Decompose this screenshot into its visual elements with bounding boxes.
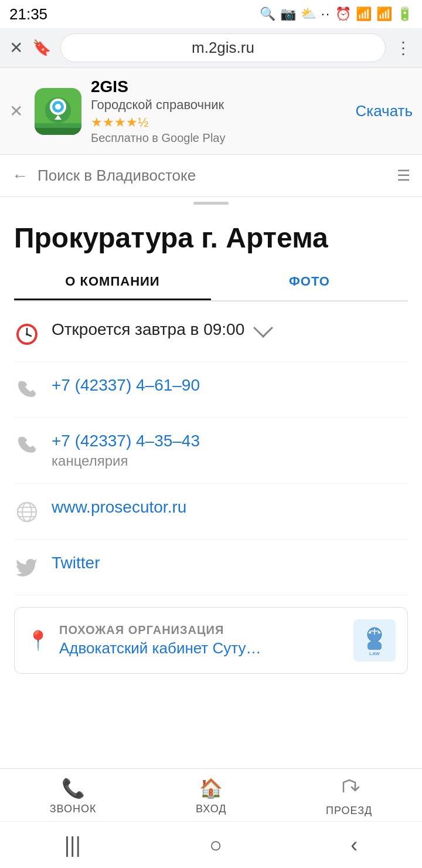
hours-row[interactable]: Откроется завтра в 09:00	[14, 306, 408, 362]
search-status-icon: 🔍	[260, 6, 275, 22]
browser-url[interactable]: m.2gis.ru	[60, 33, 386, 62]
search-back-button[interactable]: ←	[12, 167, 28, 185]
app-name: 2GIS	[91, 77, 346, 96]
clock-icon	[14, 321, 40, 347]
similar-org-card[interactable]: 📍 ПОХОЖАЯ ОРГАНИЗАЦИЯ Адвокатский кабине…	[14, 607, 408, 674]
phone1-link[interactable]: +7 (42337) 4–61–90	[52, 376, 200, 394]
enter-button[interactable]: 🏠 ВХОД	[196, 777, 226, 815]
website-content: www.prosecutor.ru	[52, 498, 408, 517]
battery-status-icon: 🔋	[397, 6, 413, 22]
twitter-content: Twitter	[52, 554, 408, 572]
alarm-status-icon: ⏰	[335, 6, 351, 22]
phone2-content: +7 (42337) 4–35–43 канцелярия	[52, 432, 408, 469]
android-back-button[interactable]: ‹	[350, 833, 358, 857]
content-area: Прокуратура г. Артема О КОМПАНИИ ФОТО От…	[0, 209, 422, 674]
app-info: 2GIS Городской справочник ★★★★½ Бесплатн…	[91, 77, 346, 145]
app-banner: ✕ 2GIS Городской справочник ★★★★½ Беспла…	[0, 68, 422, 155]
browser-bar: ✕ 🔖 m.2gis.ru ⋮	[0, 28, 422, 68]
hours-content: Откроется завтра в 09:00	[52, 320, 408, 339]
phone1-icon	[14, 377, 40, 403]
phone2-note: канцелярия	[52, 453, 408, 469]
search-input[interactable]	[38, 167, 387, 185]
globe-icon	[14, 499, 40, 525]
more-status-icon: ··	[321, 6, 331, 22]
app-banner-close-button[interactable]: ✕	[9, 101, 23, 121]
similar-logo: LAW	[353, 619, 396, 662]
android-nav-bar: ||| ○ ‹	[0, 821, 422, 868]
drag-handle	[0, 197, 422, 209]
drag-handle-bar	[193, 202, 229, 205]
wifi-status-icon: 📶	[356, 6, 372, 22]
signal-status-icon: 📶	[376, 6, 392, 22]
status-time: 21:35	[9, 5, 47, 23]
bottom-action-bar: 📞 ЗВОНОК 🏠 ВХОД ПРОЕЗД	[0, 768, 422, 821]
svg-point-13	[26, 333, 28, 335]
status-icons: 🔍 📷 ⛅ ·· ⏰ 📶 📶 🔋	[260, 6, 413, 22]
instagram-status-icon: 📷	[280, 6, 296, 22]
browser-bookmark-button[interactable]: 🔖	[32, 39, 51, 57]
app-download-button[interactable]: Скачать	[356, 102, 413, 120]
website-link[interactable]: www.prosecutor.ru	[52, 498, 186, 516]
hours-main: Откроется завтра в 09:00	[52, 320, 408, 339]
website-row[interactable]: www.prosecutor.ru	[14, 484, 408, 540]
route-icon	[339, 775, 360, 801]
enter-icon: 🏠	[199, 777, 223, 799]
weather-status-icon: ⛅	[301, 6, 316, 22]
app-icon	[35, 88, 81, 135]
twitter-icon	[14, 555, 40, 581]
status-bar: 21:35 🔍 📷 ⛅ ·· ⏰ 📶 📶 🔋	[0, 0, 422, 28]
similar-pin-icon: 📍	[26, 629, 50, 652]
svg-point-5	[55, 104, 61, 110]
enter-label: ВХОД	[196, 803, 226, 815]
hours-label: Откроется завтра в 09:00	[52, 320, 244, 339]
chevron-down-icon	[253, 318, 273, 338]
tab-about[interactable]: О КОМПАНИИ	[14, 265, 211, 300]
browser-menu-button[interactable]: ⋮	[395, 38, 413, 57]
browser-close-button[interactable]: ✕	[9, 38, 23, 57]
call-button[interactable]: 📞 ЗВОНОК	[50, 777, 97, 815]
app-store: Бесплатно в Google Play	[91, 131, 346, 145]
route-button[interactable]: ПРОЕЗД	[326, 775, 372, 817]
twitter-link[interactable]: Twitter	[52, 554, 100, 572]
search-bar: ← ☰	[0, 155, 422, 197]
phone1-content: +7 (42337) 4–61–90	[52, 376, 408, 395]
phone2-row[interactable]: +7 (42337) 4–35–43 канцелярия	[14, 418, 408, 484]
android-home-button[interactable]: ○	[209, 833, 222, 857]
call-label: ЗВОНОК	[50, 803, 97, 815]
similar-name[interactable]: Адвокатский кабинет Суту…	[59, 639, 344, 657]
call-icon: 📞	[62, 777, 85, 799]
twitter-row[interactable]: Twitter	[14, 540, 408, 595]
svg-rect-8	[35, 123, 81, 128]
similar-info: ПОХОЖАЯ ОРГАНИЗАЦИЯ Адвокатский кабинет …	[59, 623, 344, 657]
similar-label: ПОХОЖАЯ ОРГАНИЗАЦИЯ	[59, 623, 344, 637]
tab-photo[interactable]: ФОТО	[211, 265, 408, 300]
svg-text:LAW: LAW	[369, 651, 380, 656]
app-desc: Городской справочник	[91, 97, 346, 113]
place-title: Прокуратура г. Артема	[14, 209, 408, 265]
search-menu-button[interactable]: ☰	[397, 167, 410, 185]
phone2-link[interactable]: +7 (42337) 4–35–43	[52, 432, 200, 450]
app-stars: ★★★★½	[91, 115, 346, 130]
phone2-icon	[14, 433, 40, 459]
tabs: О КОМПАНИИ ФОТО	[14, 265, 408, 301]
android-menu-button[interactable]: |||	[64, 833, 81, 857]
route-label: ПРОЕЗД	[326, 805, 372, 817]
phone1-row[interactable]: +7 (42337) 4–61–90	[14, 362, 408, 418]
